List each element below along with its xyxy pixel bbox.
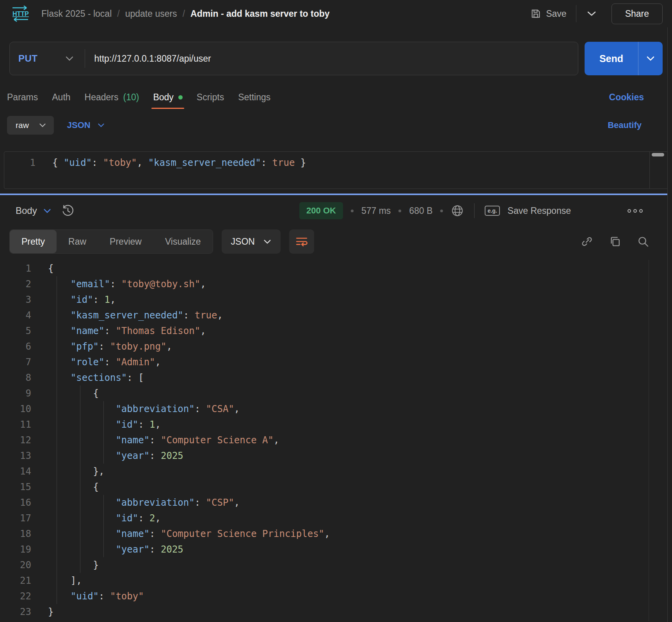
line-number: 12 — [0, 432, 31, 448]
code-line[interactable]: 14 }, — [0, 464, 672, 479]
chevron-down-icon — [263, 239, 271, 244]
example-icon: e.g. — [485, 206, 500, 216]
response-toolbar: Pretty Raw Preview Visualize JSON — [9, 229, 649, 254]
code-line[interactable]: 10 "abbreviation": "CSA", — [0, 401, 672, 417]
line-number: 4 — [0, 307, 31, 323]
topbar: HTTP Flask 2025 - local / update users /… — [0, 0, 672, 27]
request-editor-scrollbar[interactable] — [652, 153, 664, 156]
code-line[interactable]: 18 "name": "Computer Science Principles"… — [0, 526, 672, 542]
response-history-button[interactable] — [61, 204, 75, 217]
line-number: 2 — [0, 276, 31, 292]
method-selector[interactable]: PUT — [10, 53, 85, 64]
line-number: 5 — [0, 323, 31, 339]
line-number: 19 — [0, 542, 31, 557]
word-wrap-button[interactable] — [289, 229, 314, 254]
code-line[interactable]: 5 "name": "Thomas Edison", — [0, 323, 672, 339]
code-line[interactable]: 8 "sections": [ — [0, 370, 672, 386]
response-code[interactable]: 1{2 "email": "toby@toby.sh",3 "id": 1,4 … — [0, 256, 672, 620]
code-line[interactable]: 20 } — [0, 557, 672, 573]
cookies-link[interactable]: Cookies — [609, 92, 644, 103]
save-label: Save — [546, 9, 566, 19]
tab-auth[interactable]: Auth — [45, 85, 77, 109]
indent-guide — [80, 386, 80, 573]
line-number: 18 — [0, 526, 31, 542]
code-line[interactable]: 22 "uid": "toby" — [0, 588, 672, 604]
share-button[interactable]: Share — [612, 4, 663, 24]
line-number: 11 — [0, 417, 31, 432]
line-number: 3 — [0, 292, 31, 307]
indent-guide — [57, 276, 57, 604]
code-line[interactable]: 23} — [0, 604, 672, 620]
beautify-link[interactable]: Beautify — [608, 120, 642, 130]
response-language-dropdown[interactable]: JSON — [222, 229, 281, 254]
response-body-dropdown[interactable]: Body — [16, 205, 51, 216]
send-button[interactable]: Send — [585, 42, 663, 75]
topbar-divider — [576, 5, 576, 22]
http-method-icon: HTTP — [9, 5, 31, 22]
svg-text:HTTP: HTTP — [12, 11, 29, 17]
save-options-chevron[interactable] — [580, 7, 603, 21]
indent-guide — [103, 401, 104, 464]
request-tabs: Params Auth Headers (10) Body Scripts Se… — [0, 85, 663, 109]
chevron-down-icon — [65, 56, 74, 61]
body-language-dropdown[interactable]: JSON — [67, 120, 105, 130]
code-line[interactable]: 2 "email": "toby@toby.sh", — [0, 276, 672, 292]
code-line[interactable]: 9 { — [0, 386, 672, 401]
line-number: 1 — [4, 155, 36, 171]
chevron-down-icon — [98, 123, 105, 128]
send-options-chevron[interactable] — [638, 42, 663, 75]
active-tab-underline — [151, 108, 184, 109]
code-line[interactable]: 6 "pfp": "toby.png", — [0, 339, 672, 354]
url-input[interactable]: http://127.0.0.1:8087/api/user — [85, 53, 220, 64]
response-body-editor[interactable]: 1{2 "email": "toby@toby.sh",3 "id": 1,4 … — [0, 256, 672, 621]
network-globe-icon[interactable] — [451, 204, 464, 217]
request-code[interactable]: 1{ "uid": "toby", "kasm_server_needed": … — [4, 152, 668, 171]
tab-headers[interactable]: Headers (10) — [78, 85, 146, 109]
response-size: 680 B — [409, 206, 432, 216]
word-wrap-icon — [295, 235, 308, 248]
view-tab-visualize[interactable]: Visualize — [153, 230, 213, 253]
more-options-button[interactable] — [628, 209, 643, 213]
save-response-button[interactable]: Save Response — [508, 206, 571, 216]
copy-icon[interactable] — [609, 235, 621, 248]
save-button[interactable]: Save — [525, 5, 572, 22]
view-tab-preview[interactable]: Preview — [98, 230, 153, 253]
code-line[interactable]: 3 "id": 1, — [0, 292, 672, 307]
code-line[interactable]: 7 "role": "Admin", — [0, 354, 672, 370]
line-number: 17 — [0, 510, 31, 526]
breadcrumb-folder[interactable]: update users — [125, 9, 177, 19]
chevron-down-icon — [587, 11, 597, 17]
code-line[interactable]: 11 "id": 1, — [0, 417, 672, 432]
search-icon[interactable] — [637, 235, 649, 248]
code-line[interactable]: 12 "name": "Computer Science A", — [0, 432, 672, 448]
line-number: 15 — [0, 479, 31, 495]
breadcrumb-collection[interactable]: Flask 2025 - local — [41, 9, 112, 19]
code-line[interactable]: 19 "year": 2025 — [0, 542, 672, 557]
code-line[interactable]: 16 "abbreviation": "CSP", — [0, 495, 672, 510]
request-editor-scroll-gutter — [649, 152, 650, 188]
code-line[interactable]: 4 "kasm_server_needed": true, — [0, 307, 672, 323]
chevron-down-icon — [646, 56, 655, 61]
body-mode-dropdown[interactable]: raw — [7, 116, 54, 135]
code-line[interactable]: 13 "year": 2025 — [0, 448, 672, 464]
tab-params[interactable]: Params — [0, 85, 45, 109]
view-tab-raw[interactable]: Raw — [57, 230, 98, 253]
request-body-editor[interactable]: 1{ "uid": "toby", "kasm_server_needed": … — [4, 151, 668, 189]
indent-guide — [103, 495, 104, 557]
tab-settings[interactable]: Settings — [231, 85, 277, 109]
code-line[interactable]: 1{ — [0, 261, 672, 276]
code-line[interactable]: 1{ "uid": "toby", "kasm_server_needed": … — [4, 155, 668, 171]
chevron-down-icon — [43, 208, 51, 213]
headers-count: (10) — [123, 92, 139, 103]
line-number: 8 — [0, 370, 31, 386]
view-tab-pretty[interactable]: Pretty — [10, 230, 57, 253]
code-line[interactable]: 15 { — [0, 479, 672, 495]
window-scrollbar[interactable] — [667, 27, 672, 622]
tab-scripts[interactable]: Scripts — [190, 85, 231, 109]
link-icon[interactable] — [581, 235, 593, 248]
url-bar: PUT http://127.0.0.1:8087/api/user — [9, 42, 578, 75]
code-line[interactable]: 21 ], — [0, 573, 672, 588]
tab-body[interactable]: Body — [146, 85, 189, 109]
code-line[interactable]: 17 "id": 2, — [0, 510, 672, 526]
line-number: 10 — [0, 401, 31, 417]
